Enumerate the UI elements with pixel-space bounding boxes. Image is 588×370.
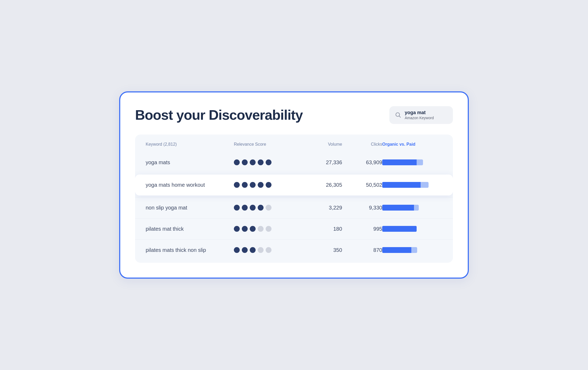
col-organic-header: Organic vs. Paid: [382, 142, 442, 147]
bar-organic: [382, 159, 417, 165]
cell-bar: [382, 205, 442, 211]
dot-filled: [234, 247, 240, 253]
dot-filled: [250, 226, 256, 232]
dot-filled: [242, 247, 248, 253]
dot-filled: [250, 205, 256, 211]
cell-volume: 27,336: [302, 159, 342, 166]
table-row[interactable]: pilates mats thick non slip350870: [135, 239, 453, 261]
cell-keyword: non slip yoga mat: [146, 205, 234, 211]
col-volume-header: Volume: [302, 142, 342, 147]
dot-filled: [250, 159, 256, 165]
dot-filled: [242, 226, 248, 232]
cell-keyword: yoga mats home workout: [146, 182, 234, 188]
cell-bar: [382, 159, 442, 165]
header-row: Boost your Discoverability yoga mat Amaz…: [135, 106, 453, 124]
dot-filled: [234, 205, 240, 211]
bar-wrap: [382, 159, 423, 165]
table-row[interactable]: non slip yoga mat3,2299,330: [135, 197, 453, 218]
dot-filled: [242, 182, 248, 188]
bar-wrap: [382, 226, 417, 232]
cell-dots: [234, 205, 302, 211]
table-row[interactable]: yoga mats27,33663,909: [135, 152, 453, 173]
cell-bar: [382, 182, 442, 188]
bar-paid: [414, 205, 419, 211]
dot-filled: [250, 247, 256, 253]
main-card: Boost your Discoverability yoga mat Amaz…: [119, 91, 469, 278]
dot-empty: [258, 247, 264, 253]
search-text-block: yoga mat Amazon Keyword: [405, 110, 434, 120]
dot-filled: [242, 159, 248, 165]
cell-volume: 26,305: [302, 182, 342, 188]
dot-filled: [234, 182, 240, 188]
dot-filled: [234, 226, 240, 232]
bar-paid: [417, 159, 423, 165]
table-row[interactable]: pilates mat thick180995: [135, 218, 453, 239]
table-card: Keyword (2,812) Relevance Score Volume C…: [135, 135, 453, 263]
bar-wrap: [382, 182, 429, 188]
search-box[interactable]: yoga mat Amazon Keyword: [389, 106, 453, 124]
table-row[interactable]: yoga mats home workout26,30550,502: [135, 175, 453, 195]
dot-empty: [258, 226, 264, 232]
cell-bar: [382, 247, 442, 253]
bar-wrap: [382, 247, 417, 253]
dot-filled: [258, 182, 264, 188]
table-header: Keyword (2,812) Relevance Score Volume C…: [135, 135, 453, 152]
dot-filled: [250, 182, 256, 188]
dot-empty: [266, 226, 271, 232]
cell-keyword: pilates mat thick: [146, 226, 234, 232]
search-icon: [395, 112, 401, 118]
dot-filled: [234, 159, 240, 165]
dot-filled: [266, 159, 271, 165]
svg-line-1: [399, 116, 400, 117]
cell-clicks: 995: [342, 226, 382, 232]
bar-paid: [411, 247, 417, 253]
col-keyword-header: Keyword (2,812): [146, 142, 234, 147]
cell-dots: [234, 159, 302, 165]
cell-volume: 350: [302, 247, 342, 253]
cell-dots: [234, 182, 302, 188]
bar-wrap: [382, 205, 419, 211]
col-relevance-header: Relevance Score: [234, 142, 302, 147]
page-title: Boost your Discoverability: [135, 108, 303, 123]
cell-clicks: 63,909: [342, 159, 382, 166]
cell-volume: 180: [302, 226, 342, 232]
dot-filled: [266, 182, 271, 188]
cell-clicks: 50,502: [342, 182, 382, 188]
table-body: yoga mats27,33663,909yoga mats home work…: [135, 152, 453, 261]
cell-dots: [234, 247, 302, 253]
bar-paid: [421, 182, 429, 188]
cell-volume: 3,229: [302, 205, 342, 211]
cell-clicks: 870: [342, 247, 382, 253]
dot-empty: [266, 205, 271, 211]
dot-empty: [266, 247, 271, 253]
cell-clicks: 9,330: [342, 205, 382, 211]
col-clicks-header: Clicks: [342, 142, 382, 147]
search-subtitle: Amazon Keyword: [405, 116, 434, 120]
dot-filled: [242, 205, 248, 211]
dot-filled: [258, 205, 264, 211]
cell-bar: [382, 226, 442, 232]
cell-dots: [234, 226, 302, 232]
cell-keyword: pilates mats thick non slip: [146, 247, 234, 253]
bar-organic: [382, 205, 414, 211]
cell-keyword: yoga mats: [146, 159, 234, 166]
search-keyword: yoga mat: [405, 110, 434, 116]
bar-organic: [382, 182, 421, 188]
bar-organic: [382, 226, 417, 232]
bar-organic: [382, 247, 411, 253]
dot-filled: [258, 159, 264, 165]
